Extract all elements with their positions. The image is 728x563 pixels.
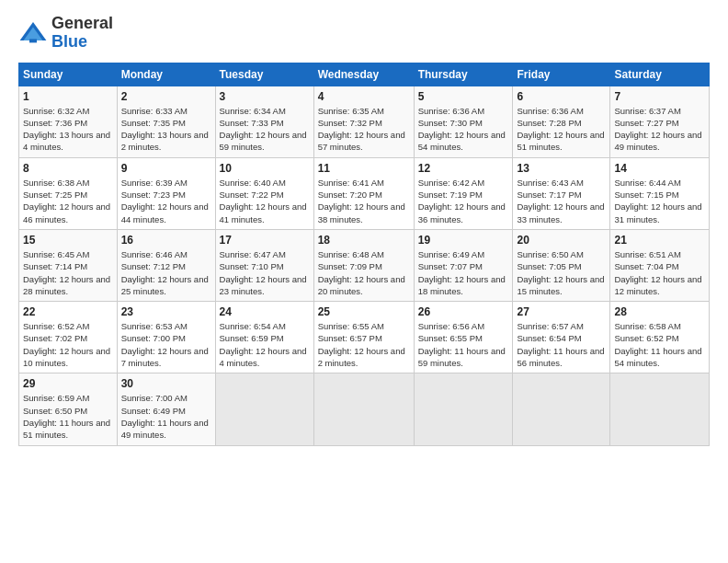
calendar-header-friday: Friday xyxy=(513,63,610,86)
day-info: Sunrise: 6:45 AM Sunset: 7:14 PM Dayligh… xyxy=(23,248,113,297)
calendar-cell xyxy=(610,373,710,445)
calendar-header-row: SundayMondayTuesdayWednesdayThursdayFrid… xyxy=(19,63,710,86)
calendar-table: SundayMondayTuesdayWednesdayThursdayFrid… xyxy=(18,63,710,446)
calendar-cell: 23 Sunrise: 6:53 AM Sunset: 7:00 PM Dayl… xyxy=(117,302,215,373)
day-info: Sunrise: 6:55 AM Sunset: 6:57 PM Dayligh… xyxy=(318,320,410,369)
calendar-cell xyxy=(414,373,513,445)
calendar-cell: 14 Sunrise: 6:44 AM Sunset: 7:15 PM Dayl… xyxy=(610,157,710,229)
day-info: Sunrise: 6:51 AM Sunset: 7:04 PM Dayligh… xyxy=(614,248,705,297)
calendar-week-5: 29 Sunrise: 6:59 AM Sunset: 6:50 PM Dayl… xyxy=(19,373,710,445)
day-number: 28 xyxy=(614,305,705,318)
calendar-week-2: 8 Sunrise: 6:38 AM Sunset: 7:25 PM Dayli… xyxy=(19,157,710,229)
day-number: 8 xyxy=(23,162,113,175)
day-info: Sunrise: 6:58 AM Sunset: 6:52 PM Dayligh… xyxy=(614,320,705,369)
day-number: 16 xyxy=(121,234,211,247)
calendar-cell xyxy=(513,373,610,445)
day-number: 19 xyxy=(418,234,509,247)
day-number: 3 xyxy=(220,90,310,103)
day-number: 1 xyxy=(23,90,113,103)
calendar-cell: 20 Sunrise: 6:50 AM Sunset: 7:05 PM Dayl… xyxy=(513,229,610,301)
day-info: Sunrise: 6:43 AM Sunset: 7:17 PM Dayligh… xyxy=(517,177,606,225)
day-number: 12 xyxy=(418,162,509,175)
calendar-cell: 25 Sunrise: 6:55 AM Sunset: 6:57 PM Dayl… xyxy=(313,302,414,373)
header: General Blue xyxy=(18,15,710,52)
calendar-cell: 24 Sunrise: 6:54 AM Sunset: 6:59 PM Dayl… xyxy=(215,302,313,373)
calendar-cell: 3 Sunrise: 6:34 AM Sunset: 7:33 PM Dayli… xyxy=(215,86,313,157)
logo-text: General Blue xyxy=(51,15,113,52)
calendar-cell: 10 Sunrise: 6:40 AM Sunset: 7:22 PM Dayl… xyxy=(215,157,313,229)
day-number: 6 xyxy=(517,90,606,103)
day-number: 27 xyxy=(517,305,606,318)
day-info: Sunrise: 6:41 AM Sunset: 7:20 PM Dayligh… xyxy=(318,177,410,225)
day-info: Sunrise: 6:32 AM Sunset: 7:36 PM Dayligh… xyxy=(23,105,113,154)
logo-icon xyxy=(18,18,48,48)
calendar-header-monday: Monday xyxy=(117,63,215,86)
day-info: Sunrise: 6:47 AM Sunset: 7:10 PM Dayligh… xyxy=(220,248,310,297)
day-info: Sunrise: 6:50 AM Sunset: 7:05 PM Dayligh… xyxy=(517,248,606,297)
calendar-header-wednesday: Wednesday xyxy=(313,63,414,86)
calendar-cell: 22 Sunrise: 6:52 AM Sunset: 7:02 PM Dayl… xyxy=(19,302,118,373)
day-info: Sunrise: 6:57 AM Sunset: 6:54 PM Dayligh… xyxy=(517,320,606,369)
day-number: 23 xyxy=(121,305,211,318)
calendar-cell: 5 Sunrise: 6:36 AM Sunset: 7:30 PM Dayli… xyxy=(414,86,513,157)
day-number: 7 xyxy=(614,90,705,103)
calendar-cell: 7 Sunrise: 6:37 AM Sunset: 7:27 PM Dayli… xyxy=(610,86,710,157)
calendar-cell: 1 Sunrise: 6:32 AM Sunset: 7:36 PM Dayli… xyxy=(19,86,118,157)
logo-general: General xyxy=(51,14,113,32)
calendar-cell xyxy=(313,373,414,445)
calendar-cell: 13 Sunrise: 6:43 AM Sunset: 7:17 PM Dayl… xyxy=(513,157,610,229)
calendar-cell: 28 Sunrise: 6:58 AM Sunset: 6:52 PM Dayl… xyxy=(610,302,710,373)
calendar-week-1: 1 Sunrise: 6:32 AM Sunset: 7:36 PM Dayli… xyxy=(19,86,710,157)
logo: General Blue xyxy=(18,15,113,52)
day-info: Sunrise: 6:38 AM Sunset: 7:25 PM Dayligh… xyxy=(23,177,113,225)
day-number: 13 xyxy=(517,162,606,175)
day-number: 18 xyxy=(318,234,410,247)
day-number: 2 xyxy=(121,90,211,103)
day-number: 15 xyxy=(23,234,113,247)
day-info: Sunrise: 6:49 AM Sunset: 7:07 PM Dayligh… xyxy=(418,248,509,297)
svg-rect-2 xyxy=(29,39,37,42)
calendar-cell xyxy=(215,373,313,445)
calendar-cell: 17 Sunrise: 6:47 AM Sunset: 7:10 PM Dayl… xyxy=(215,229,313,301)
day-number: 9 xyxy=(121,162,211,175)
calendar-cell: 8 Sunrise: 6:38 AM Sunset: 7:25 PM Dayli… xyxy=(19,157,118,229)
day-info: Sunrise: 6:40 AM Sunset: 7:22 PM Dayligh… xyxy=(220,177,310,225)
day-info: Sunrise: 6:59 AM Sunset: 6:50 PM Dayligh… xyxy=(23,392,113,441)
day-number: 5 xyxy=(418,90,509,103)
calendar-cell: 4 Sunrise: 6:35 AM Sunset: 7:32 PM Dayli… xyxy=(313,86,414,157)
day-number: 29 xyxy=(23,377,113,390)
day-info: Sunrise: 6:35 AM Sunset: 7:32 PM Dayligh… xyxy=(318,105,410,154)
calendar-cell: 30 Sunrise: 7:00 AM Sunset: 6:49 PM Dayl… xyxy=(117,373,215,445)
calendar-cell: 21 Sunrise: 6:51 AM Sunset: 7:04 PM Dayl… xyxy=(610,229,710,301)
day-info: Sunrise: 6:56 AM Sunset: 6:55 PM Dayligh… xyxy=(418,320,509,369)
day-info: Sunrise: 6:33 AM Sunset: 7:35 PM Dayligh… xyxy=(121,105,211,154)
day-info: Sunrise: 6:44 AM Sunset: 7:15 PM Dayligh… xyxy=(614,177,705,225)
day-number: 30 xyxy=(121,377,211,390)
day-info: Sunrise: 7:00 AM Sunset: 6:49 PM Dayligh… xyxy=(121,392,211,441)
day-number: 21 xyxy=(614,234,705,247)
day-number: 4 xyxy=(318,90,410,103)
day-number: 22 xyxy=(23,305,113,318)
day-info: Sunrise: 6:39 AM Sunset: 7:23 PM Dayligh… xyxy=(121,177,211,225)
calendar-header-sunday: Sunday xyxy=(19,63,118,86)
calendar-cell: 2 Sunrise: 6:33 AM Sunset: 7:35 PM Dayli… xyxy=(117,86,215,157)
day-info: Sunrise: 6:46 AM Sunset: 7:12 PM Dayligh… xyxy=(121,248,211,297)
calendar-cell: 19 Sunrise: 6:49 AM Sunset: 7:07 PM Dayl… xyxy=(414,229,513,301)
day-number: 10 xyxy=(220,162,310,175)
calendar-cell: 12 Sunrise: 6:42 AM Sunset: 7:19 PM Dayl… xyxy=(414,157,513,229)
calendar-cell: 11 Sunrise: 6:41 AM Sunset: 7:20 PM Dayl… xyxy=(313,157,414,229)
day-info: Sunrise: 6:53 AM Sunset: 7:00 PM Dayligh… xyxy=(121,320,211,369)
calendar-header-thursday: Thursday xyxy=(414,63,513,86)
calendar-cell: 18 Sunrise: 6:48 AM Sunset: 7:09 PM Dayl… xyxy=(313,229,414,301)
calendar-cell: 26 Sunrise: 6:56 AM Sunset: 6:55 PM Dayl… xyxy=(414,302,513,373)
calendar-cell: 6 Sunrise: 6:36 AM Sunset: 7:28 PM Dayli… xyxy=(513,86,610,157)
calendar-week-4: 22 Sunrise: 6:52 AM Sunset: 7:02 PM Dayl… xyxy=(19,302,710,373)
day-number: 11 xyxy=(318,162,410,175)
day-number: 17 xyxy=(220,234,310,247)
day-number: 14 xyxy=(614,162,705,175)
calendar-cell: 16 Sunrise: 6:46 AM Sunset: 7:12 PM Dayl… xyxy=(117,229,215,301)
day-info: Sunrise: 6:52 AM Sunset: 7:02 PM Dayligh… xyxy=(23,320,113,369)
calendar-cell: 27 Sunrise: 6:57 AM Sunset: 6:54 PM Dayl… xyxy=(513,302,610,373)
page: General Blue SundayMondayTuesdayWednesda… xyxy=(0,0,728,455)
calendar-cell: 15 Sunrise: 6:45 AM Sunset: 7:14 PM Dayl… xyxy=(19,229,118,301)
